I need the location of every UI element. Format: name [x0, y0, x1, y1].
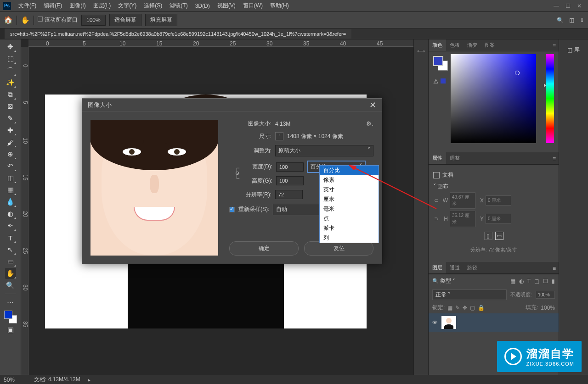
dialog-close-icon[interactable]: ✕	[369, 100, 376, 110]
path-select-tool[interactable]: ↖	[5, 244, 16, 255]
dodge-tool[interactable]: ◐	[5, 208, 16, 219]
filter-smart-icon[interactable]: ☐	[543, 278, 548, 284]
unit-option-points[interactable]: 点	[320, 214, 379, 223]
minimize-icon[interactable]: —	[554, 3, 559, 9]
opacity-value[interactable]: 100%	[536, 291, 555, 299]
foreground-color[interactable]	[4, 311, 12, 319]
blend-mode-select[interactable]: 正常 ˅	[432, 289, 507, 300]
filter-type-icon[interactable]: T	[527, 278, 531, 284]
status-doc[interactable]: 文档: 4.13M/4.13M	[34, 376, 80, 384]
hand-tool[interactable]: ✋	[5, 268, 16, 279]
workspace-icon[interactable]: ◫	[569, 17, 574, 23]
hand-tool-icon[interactable]: ✋	[21, 16, 30, 24]
lock-all-icon[interactable]: 🔒	[478, 305, 485, 311]
fill-screen-button[interactable]: 填充屏幕	[145, 14, 177, 26]
tab-library[interactable]: 库	[574, 46, 580, 54]
type-tool[interactable]: T	[5, 232, 16, 243]
tab-pattern[interactable]: 图案	[481, 39, 498, 51]
tab-color[interactable]: 颜色	[429, 39, 446, 51]
lock-pixels-icon[interactable]: ▦	[447, 305, 452, 311]
eyedropper-tool[interactable]: ✎	[5, 113, 16, 124]
eraser-tool[interactable]: ◫	[5, 173, 16, 184]
library-icon[interactable]: ◫	[567, 47, 572, 53]
fill-value[interactable]: 100%	[541, 305, 555, 311]
unit-option-picas[interactable]: 派卡	[320, 223, 379, 233]
menu-file[interactable]: 文件(F)	[15, 0, 40, 11]
stamp-tool[interactable]: ⊕	[5, 149, 16, 160]
width-input[interactable]: 100	[276, 162, 304, 172]
fit-to-select[interactable]: 原稿大小˅	[275, 145, 373, 156]
menu-window[interactable]: 窗口(W)	[239, 0, 266, 11]
menu-layer[interactable]: 图层(L)	[90, 0, 115, 11]
dimensions-unit-toggle[interactable]: ˅	[275, 132, 283, 140]
menu-edit[interactable]: 编辑(E)	[40, 0, 66, 11]
link-icon[interactable]: ⊂	[433, 197, 440, 204]
height-input[interactable]: 100	[276, 176, 304, 185]
lock-artboard-icon[interactable]: ▢	[470, 305, 475, 311]
unit-option-mm[interactable]: 毫米	[320, 204, 379, 214]
gear-icon[interactable]: ⚙.	[366, 120, 373, 127]
menu-view[interactable]: 视图(V)	[214, 0, 239, 11]
unit-option-cm[interactable]: 厘米	[320, 195, 379, 204]
menu-text[interactable]: 文字(Y)	[114, 0, 140, 11]
unit-option-columns[interactable]: 列	[320, 233, 379, 243]
close-icon[interactable]: ✕	[577, 3, 582, 9]
tab-properties[interactable]: 属性	[429, 152, 446, 164]
unit-option-pixels[interactable]: 像素	[320, 175, 379, 185]
filter-toggle-icon[interactable]: ▮	[552, 278, 555, 284]
zoom-tool[interactable]: 🔍	[5, 280, 16, 291]
unit-option-inches[interactable]: 英寸	[320, 185, 379, 195]
hue-slider[interactable]	[546, 54, 554, 143]
status-arrow-icon[interactable]: ▸	[88, 377, 90, 383]
blur-tool[interactable]: 💧	[5, 196, 16, 207]
zoom-level[interactable]: 100%	[81, 15, 106, 26]
search-icon[interactable]: 🔍	[557, 17, 564, 23]
fit-screen-button[interactable]: 适合屏幕	[109, 14, 141, 26]
quickmask-tool[interactable]: ▣	[5, 324, 16, 335]
history-brush-tool[interactable]: ↶	[5, 161, 16, 172]
ok-button[interactable]: 确定	[229, 241, 299, 256]
shape-tool[interactable]: ▭	[5, 256, 16, 267]
filter-pixel-icon[interactable]: ▦	[510, 278, 515, 284]
resample-checkbox[interactable]	[229, 207, 235, 212]
menu-help[interactable]: 帮助(H)	[266, 0, 293, 11]
share-icon[interactable]: ⇪	[580, 17, 584, 23]
edit-toolbar[interactable]: ⋯	[5, 297, 16, 308]
tab-adjustments[interactable]: 调整	[446, 152, 464, 164]
x-value[interactable]: 0 厘米	[486, 195, 511, 206]
panel-menu-icon[interactable]: ≡	[550, 41, 559, 51]
tab-layers[interactable]: 图层	[429, 262, 446, 273]
layer-thumbnail[interactable]	[441, 316, 456, 329]
menu-select[interactable]: 选择(S)	[140, 0, 166, 11]
resolution-input[interactable]: 72	[275, 190, 303, 199]
panel-collapse-icon[interactable]: ⟷	[417, 48, 425, 54]
panel-menu-icon[interactable]: ≡	[550, 154, 559, 164]
panel-menu-icon[interactable]: ≡	[550, 263, 559, 273]
filter-shape-icon[interactable]: ▢	[534, 278, 539, 284]
orient-portrait[interactable]: ▯	[484, 232, 492, 240]
props-canvas-label[interactable]: ˅ 画布	[433, 183, 448, 189]
tab-gradient[interactable]: 渐变	[464, 39, 481, 51]
wand-tool[interactable]: ✨	[5, 77, 16, 88]
crop-tool[interactable]: ⧉	[5, 89, 16, 100]
orient-landscape[interactable]: ▭	[495, 232, 503, 240]
lock-position-icon[interactable]: ✥	[463, 305, 467, 311]
y-value[interactable]: 0 厘米	[486, 214, 511, 224]
layer-item[interactable]: 👁	[429, 313, 559, 332]
tab-paths[interactable]: 路径	[464, 262, 481, 273]
maximize-icon[interactable]: ☐	[565, 3, 571, 9]
status-zoom[interactable]: 50%	[4, 377, 27, 383]
move-tool[interactable]: ✥	[5, 41, 16, 52]
menu-image[interactable]: 图像(I)	[66, 0, 89, 11]
lock-paint-icon[interactable]: ✎	[455, 305, 460, 311]
tab-channels[interactable]: 通道	[446, 262, 464, 273]
menu-3d[interactable]: 3D(D)	[192, 1, 214, 11]
menu-filter[interactable]: 滤镜(T)	[166, 0, 191, 11]
tab-swatches[interactable]: 色板	[446, 39, 464, 51]
h-value[interactable]: 36.12 厘米	[450, 211, 475, 227]
color-swatch[interactable]	[4, 311, 17, 323]
marquee-tool[interactable]: ⬚	[5, 53, 16, 64]
heal-tool[interactable]: ✚	[5, 125, 16, 136]
pen-tool[interactable]: ✒	[5, 220, 16, 231]
filter-adjust-icon[interactable]: ◐	[519, 278, 524, 284]
